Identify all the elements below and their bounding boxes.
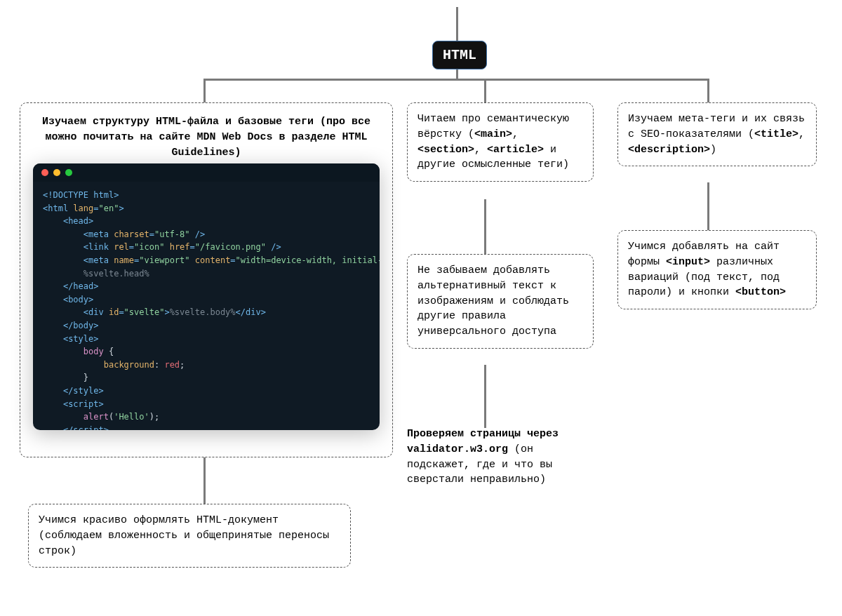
node-alt-text: Не забываем добавлять альтернативный тек… [417, 265, 569, 337]
close-dot-icon [41, 169, 48, 176]
node-semantic: Читаем про семантическую вёрстку (<main>… [407, 102, 594, 182]
minimize-dot-icon [53, 169, 60, 176]
node-validator: Проверяем страницы через validator.w3.or… [407, 427, 582, 488]
tag-button: <button> [735, 286, 786, 298]
node-structure: Изучаем структуру HTML-файла и базовые т… [20, 102, 393, 457]
node-meta-p2: ) [710, 144, 716, 156]
code-content: <!DOCTYPE html> <html lang="en"> <head> … [33, 182, 380, 430]
connector [484, 79, 486, 104]
code-window: <!DOCTYPE html> <html lang="en"> <head> … [33, 163, 380, 430]
node-structure-title: Изучаем структуру HTML-файла и базовые т… [32, 114, 381, 160]
node-format-text: Учимся красиво оформлять HTML-документ (… [39, 514, 329, 557]
node-forms: Учимся добавлять на сайт формы <input> р… [617, 230, 817, 309]
tag-description: <description> [628, 144, 710, 156]
code-window-titlebar [33, 163, 380, 182]
connector [456, 7, 458, 43]
tag-title: <title> [754, 128, 798, 140]
connector [707, 79, 709, 104]
root-label: HTML [443, 47, 476, 63]
connector [484, 199, 486, 255]
node-format: Учимся красиво оформлять HTML-документ (… [28, 504, 351, 568]
connector [203, 449, 206, 505]
tag-article: <article> [487, 144, 544, 156]
root-node-html: HTML [432, 41, 487, 69]
node-validator-b1: Проверяем страницы через validator.w3.or… [407, 428, 559, 455]
tag-input: <input> [666, 256, 710, 268]
node-meta: Изучаем мета-теги и их связь с SEO-показ… [617, 102, 817, 166]
tag-main: <main> [474, 128, 512, 140]
node-alt: Не забываем добавлять альтернативный тек… [407, 254, 594, 349]
connector [203, 79, 206, 104]
connector [707, 182, 709, 232]
tag-section: <section> [417, 144, 474, 156]
connector [484, 365, 486, 428]
zoom-dot-icon [65, 169, 72, 176]
